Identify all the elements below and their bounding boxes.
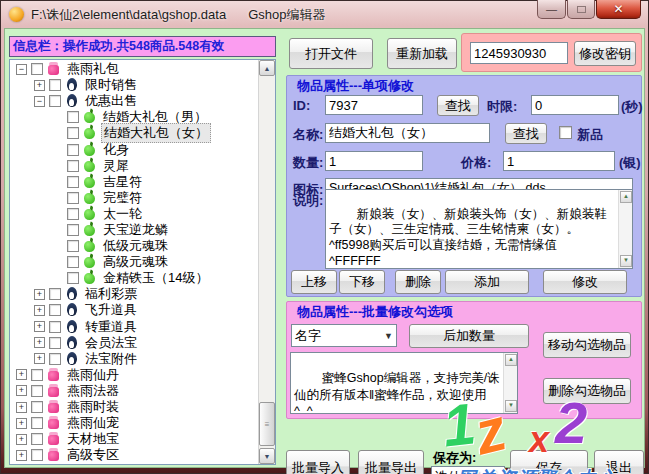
- tree-item-checkbox[interactable]: [67, 256, 79, 268]
- tree-item-checkbox[interactable]: [49, 353, 61, 365]
- expand-toggle-icon[interactable]: −: [34, 96, 45, 107]
- note-scroll-up-icon[interactable]: ▲: [505, 354, 517, 366]
- tree-scrollbar[interactable]: ▲ ≡ ▼: [258, 60, 275, 464]
- add-button[interactable]: 添加: [445, 270, 529, 294]
- reload-button[interactable]: 重新加载: [387, 38, 457, 69]
- tree-item[interactable]: −燕雨礼包: [10, 61, 258, 77]
- note-scroll-down-icon[interactable]: ▼: [505, 400, 517, 412]
- tree-item-checkbox[interactable]: [49, 321, 61, 333]
- expand-toggle-icon[interactable]: −: [16, 64, 27, 75]
- save-button[interactable]: 保存: [510, 450, 588, 474]
- titlebar[interactable]: F:\诛仙2\element\data\gshop.dataGshop编辑器 —…: [0, 0, 649, 28]
- tree-item[interactable]: 吉星符: [10, 174, 258, 190]
- tree-item-checkbox[interactable]: [31, 417, 43, 429]
- tree-item[interactable]: +会员法宝: [10, 335, 258, 351]
- tree-item[interactable]: 低级元魂珠: [10, 238, 258, 254]
- tree-item[interactable]: +高级专区: [10, 447, 258, 463]
- tree-item-checkbox[interactable]: [67, 224, 79, 236]
- tree-item-checkbox[interactable]: [67, 111, 79, 123]
- maximize-button[interactable]: [567, 0, 595, 19]
- item-tree[interactable]: −燕雨礼包+限时销售−优惠出售结婚大礼包（男）结婚大礼包（女）化身灵犀吉星符完璧…: [9, 59, 276, 465]
- expand-toggle-icon[interactable]: +: [34, 353, 45, 364]
- tree-item-checkbox[interactable]: [31, 449, 43, 461]
- minimize-button[interactable]: —: [537, 0, 566, 19]
- tree-item-checkbox[interactable]: [67, 144, 79, 156]
- modify-button[interactable]: 修改: [543, 270, 627, 294]
- tree-item-checkbox[interactable]: [49, 304, 61, 316]
- expand-toggle-icon[interactable]: +: [16, 369, 27, 380]
- move-down-button[interactable]: 下移: [339, 270, 385, 294]
- batch-export-button[interactable]: 批量导出: [358, 450, 424, 474]
- price-input[interactable]: [503, 151, 615, 171]
- tree-item-checkbox[interactable]: [49, 95, 61, 107]
- tree-item[interactable]: +燕雨时装: [10, 399, 258, 415]
- move-up-button[interactable]: 上移: [291, 270, 337, 294]
- batch-field-select[interactable]: 名字 ▼: [291, 324, 397, 347]
- scroll-up-icon[interactable]: ▲: [259, 60, 275, 76]
- delete-checked-button[interactable]: 删除勾选物品: [543, 378, 631, 404]
- tree-item-checkbox[interactable]: [49, 79, 61, 91]
- tree-item[interactable]: +飞升道具: [10, 302, 258, 318]
- tree-item-checkbox[interactable]: [67, 208, 79, 220]
- scroll-thumb[interactable]: ≡: [259, 402, 275, 446]
- close-button[interactable]: ✕: [596, 0, 641, 19]
- tree-item[interactable]: 完璧符: [10, 190, 258, 206]
- tree-item-checkbox[interactable]: [67, 127, 79, 139]
- time-limit-input[interactable]: [531, 95, 619, 115]
- tree-item[interactable]: 太一轮: [10, 206, 258, 222]
- tree-item[interactable]: 高级元魂珠: [10, 254, 258, 270]
- tree-item[interactable]: +限时销售: [10, 77, 258, 93]
- tree-item[interactable]: +法宝附件: [10, 351, 258, 367]
- expand-toggle-icon[interactable]: +: [16, 434, 27, 445]
- tree-item[interactable]: 结婚大礼包（女）: [10, 125, 258, 141]
- desc-scroll-up-icon[interactable]: ▲: [620, 191, 632, 203]
- tree-item[interactable]: +燕雨仙宠: [10, 415, 258, 431]
- key-input[interactable]: [470, 42, 568, 64]
- tree-item[interactable]: 灵犀: [10, 158, 258, 174]
- tree-item-checkbox[interactable]: [31, 385, 43, 397]
- expand-toggle-icon[interactable]: +: [16, 402, 27, 413]
- expand-toggle-icon[interactable]: +: [34, 321, 45, 332]
- expand-toggle-icon[interactable]: +: [34, 305, 45, 316]
- scroll-down-icon[interactable]: ▼: [259, 448, 275, 464]
- expand-toggle-icon[interactable]: +: [34, 289, 45, 300]
- tree-item-checkbox[interactable]: [49, 288, 61, 300]
- tree-item[interactable]: +燕雨仙丹: [10, 367, 258, 383]
- delete-button[interactable]: 删除: [395, 270, 441, 294]
- tree-item-checkbox[interactable]: [31, 433, 43, 445]
- expand-toggle-icon[interactable]: +: [16, 385, 27, 396]
- tree-item-checkbox[interactable]: [31, 401, 43, 413]
- exit-button[interactable]: 退出: [594, 450, 644, 474]
- expand-toggle-icon[interactable]: +: [34, 80, 45, 91]
- tree-item-checkbox[interactable]: [31, 63, 43, 75]
- tree-item-checkbox[interactable]: [67, 272, 79, 284]
- tree-item[interactable]: 化身: [10, 141, 258, 157]
- tree-item[interactable]: +福利彩票: [10, 286, 258, 302]
- batch-import-button[interactable]: 批量导入: [286, 450, 350, 474]
- name-input[interactable]: [325, 123, 490, 143]
- open-file-button[interactable]: 打开文件: [289, 38, 373, 69]
- id-input[interactable]: [325, 95, 423, 115]
- description-scrollbar[interactable]: ▲ ▼: [618, 190, 632, 268]
- new-item-checkbox[interactable]: [559, 126, 572, 139]
- note-textarea[interactable]: 蜜蜂Gshop编辑器，支持完美/诛仙的所有版本‖蜜蜂作品，欢迎使用^_^ ▲ ▼: [290, 352, 518, 414]
- tree-item-checkbox[interactable]: [67, 160, 79, 172]
- save-as-select[interactable]: 诛仙42 ▼: [431, 466, 505, 474]
- tree-item[interactable]: +天材地宝: [10, 431, 258, 447]
- note-scrollbar[interactable]: ▲ ▼: [503, 353, 517, 413]
- tree-item-checkbox[interactable]: [67, 240, 79, 252]
- modify-key-button[interactable]: 修改密钥: [574, 41, 636, 66]
- tree-item[interactable]: 金精铁玉（14级）: [10, 270, 258, 286]
- tree-item-checkbox[interactable]: [31, 369, 43, 381]
- tree-item-checkbox[interactable]: [67, 176, 79, 188]
- tree-item-checkbox[interactable]: [49, 337, 61, 349]
- expand-toggle-icon[interactable]: +: [16, 418, 27, 429]
- move-checked-button[interactable]: 移动勾选物品: [543, 332, 631, 358]
- tree-item[interactable]: +燕雨法器: [10, 383, 258, 399]
- description-textarea[interactable]: 新娘装（女）、新娘装头饰（女）、新娘装鞋子（女）、三生定情戒、三生铭情柬（女）。…: [325, 189, 633, 269]
- append-quantity-button[interactable]: 后加数量: [409, 324, 529, 348]
- tree-item-checkbox[interactable]: [67, 192, 79, 204]
- tree-item[interactable]: −优惠出售: [10, 93, 258, 109]
- find-id-button[interactable]: 查找: [437, 95, 479, 116]
- quantity-input[interactable]: [325, 151, 423, 171]
